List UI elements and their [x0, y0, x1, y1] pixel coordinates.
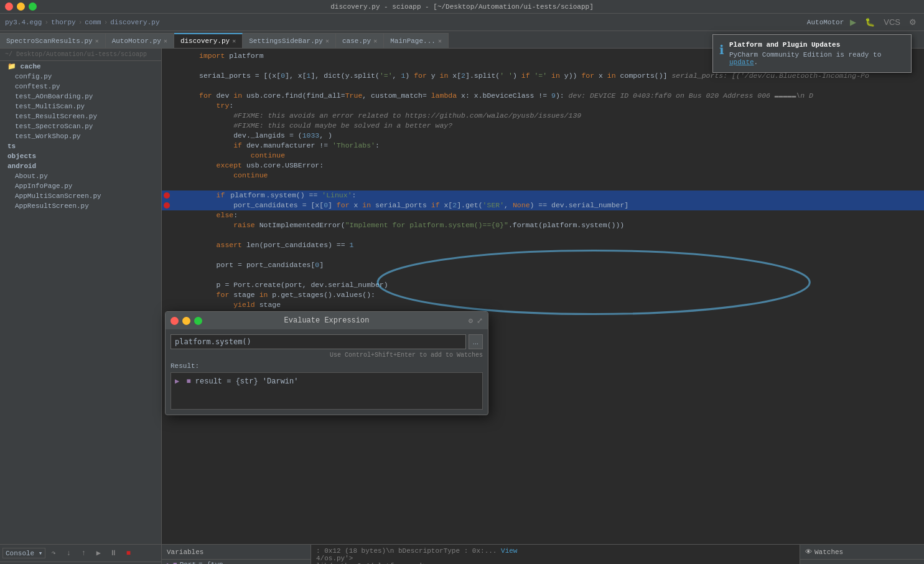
sidebar-item-aboutpy[interactable]: About.py: [0, 171, 161, 181]
eval-hint: Use Control+Shift+Enter to add to Watche…: [170, 352, 483, 359]
tab-case[interactable]: case.py ✕: [336, 33, 384, 48]
eval-more-button[interactable]: ...: [469, 334, 483, 349]
sidebar-item-testresultscreen[interactable]: test_ResultScreen.py: [0, 111, 161, 121]
watches-header: 👁 Watches: [800, 545, 924, 560]
breadcrumb: py3.4.egg › thorpy › comm › discovery.py…: [0, 14, 924, 31]
window-title: discovery.py - scioapp - [~/Desktop/Auto…: [330, 3, 593, 11]
sidebar-item-ts[interactable]: ts: [0, 141, 161, 151]
tab-spectroscanresults[interactable]: SpectroScanResults.py ✕: [0, 33, 106, 48]
var-value: = {typ: [198, 561, 223, 564]
breakpoint-gutter: [162, 51, 172, 61]
code-line: else:: [162, 210, 924, 220]
dialog-minimize-button[interactable]: [182, 317, 190, 325]
watches-label: Watches: [814, 548, 843, 556]
sidebar-item-android[interactable]: android: [0, 161, 161, 171]
notification-title: Platform and Plugin Updates: [729, 41, 905, 49]
sidebar-item-testaonboarding[interactable]: test_AOnBoarding.py: [0, 92, 161, 101]
sidebar-item-testworkshop[interactable]: test_WorkShop.py: [0, 131, 161, 141]
stop-button[interactable]: ■: [121, 547, 135, 560]
code-line-highlighted-2: port_candidates = [x[0] for x in serial_…: [162, 200, 924, 210]
settings-button[interactable]: ⚙: [907, 16, 919, 28]
sidebar-item-cache[interactable]: 📁 cache: [0, 61, 161, 72]
code-line: [162, 250, 924, 260]
tab-mainpage[interactable]: MainPage... ✕: [384, 33, 449, 48]
code-line: assert len(port_candidates) == 1: [162, 240, 924, 250]
close-button[interactable]: [5, 2, 13, 11]
sidebar-item-appresultscreenpy[interactable]: AppResultScreen.py: [0, 201, 161, 211]
var-name: Port: [180, 561, 196, 564]
dialog-window-controls: [170, 317, 202, 325]
code-line: [162, 181, 924, 190]
sidebar-item-configpy[interactable]: config.py: [0, 72, 161, 82]
sidebar-item-testmultiscan[interactable]: test_MultiScan.py: [0, 101, 161, 111]
breakpoint-indicator: [164, 192, 170, 199]
editor-content: import platform serial_ports = [(x[0], x…: [162, 49, 924, 342]
code-line: #FIXME: this could maybe be solved in a …: [162, 121, 924, 131]
breadcrumb-part[interactable]: thorpy: [51, 19, 76, 26]
step-over-button[interactable]: ↷: [47, 547, 60, 560]
notification-update-link[interactable]: update: [729, 59, 754, 66]
dialog-title: Evaluate Expression: [284, 316, 370, 325]
code-editor[interactable]: import platform serial_ports = [(x[0], x…: [162, 49, 924, 544]
step-out-button[interactable]: ↑: [77, 547, 90, 560]
tab-label: AutoMotor.py: [112, 37, 161, 45]
maximize-button[interactable]: [29, 2, 37, 11]
sidebar-item-appinfopagepy[interactable]: AppInfoPage.py: [0, 181, 161, 191]
code-line: continue: [162, 171, 924, 181]
dialog-settings[interactable]: ⚙ ⤢: [469, 316, 483, 326]
sidebar-item-testspectroscan[interactable]: test_SpectroScan.py: [0, 121, 161, 131]
tab-label: case.py: [342, 37, 371, 45]
breadcrumb-part[interactable]: comm: [85, 19, 101, 26]
code-line: continue: [162, 151, 924, 161]
sidebar: ~/ Desktop/Automation/ui-tests/scioapp 📁…: [0, 49, 162, 544]
eval-expression-input[interactable]: [170, 334, 466, 349]
dialog-maximize-button[interactable]: [194, 317, 202, 325]
sidebar-path: ~/ Desktop/Automation/ui-tests/scioapp: [5, 51, 147, 58]
tab-automotor[interactable]: AutoMotor.py ✕: [106, 33, 174, 48]
notification-content: Platform and Plugin Updates PyCharm Comm…: [729, 41, 905, 66]
view-link[interactable]: View: [501, 547, 517, 555]
sidebar-item-appmultiscanscreenpy[interactable]: AppMultiScanScreen.py: [0, 191, 161, 201]
code-line: raise NotImplementedError("Implement for…: [162, 220, 924, 230]
close-icon[interactable]: ✕: [438, 37, 442, 45]
close-icon[interactable]: ✕: [325, 37, 329, 45]
tab-label: MainPage...: [390, 37, 436, 45]
code-line: except usb.core.USBError:: [162, 161, 924, 171]
code-line: #FIXME: this avoids an error related to …: [162, 111, 924, 121]
code-line: [162, 230, 924, 240]
pause-button[interactable]: ⏸: [106, 547, 120, 560]
code-line: port = port_candidates[0]: [162, 260, 924, 270]
code-line-highlighted-1: if platform.system() == 'Linux':: [162, 190, 924, 200]
right-output: : 0x12 (18 bytes)\n bDescriptorType : 0x…: [311, 545, 800, 564]
dialog-close-button[interactable]: [170, 317, 179, 325]
vcs-button[interactable]: VCS: [881, 16, 903, 28]
var-icon: ▶: [167, 561, 170, 564]
notification-icon: ℹ: [719, 42, 724, 58]
breadcrumb-part[interactable]: discovery.py: [110, 19, 159, 26]
result-icon-box: ■: [186, 377, 190, 386]
step-into-button[interactable]: ↓: [62, 547, 75, 560]
breadcrumb-part[interactable]: py3.4.egg: [5, 19, 42, 26]
close-icon[interactable]: ✕: [95, 37, 99, 45]
variable-item[interactable]: ▶ ■ Port = {typ: [162, 560, 310, 564]
sidebar-item-objects[interactable]: objects: [0, 151, 161, 161]
tab-label: SpectroScanResults.py: [6, 37, 93, 45]
code-line: if dev.manufacturer != 'Thorlabs':: [162, 141, 924, 151]
close-icon[interactable]: ✕: [232, 37, 236, 45]
close-icon[interactable]: ✕: [373, 37, 377, 45]
minimize-button[interactable]: [17, 2, 25, 11]
code-line: try:: [162, 101, 924, 111]
breakpoint-indicator: [164, 202, 170, 209]
tab-label: SettingsSideBar.py: [249, 37, 323, 45]
console-dropdown[interactable]: Console ▾: [2, 548, 45, 558]
sidebar-item-conftestpy[interactable]: conftest.py: [0, 82, 161, 92]
debug-button[interactable]: 🐛: [862, 16, 877, 28]
close-icon[interactable]: ✕: [164, 37, 167, 45]
tab-discovery[interactable]: discovery.py ✕: [174, 33, 243, 48]
tab-settingssidebar[interactable]: SettingsSideBar.py ✕: [243, 33, 336, 48]
run-button[interactable]: ▶: [847, 16, 859, 28]
resume-button[interactable]: ▶: [91, 547, 105, 560]
code-line: for stage in p.get_stages().values():: [162, 290, 924, 300]
title-bar: discovery.py - scioapp - [~/Desktop/Auto…: [0, 0, 924, 14]
evaluate-expression-dialog[interactable]: Evaluate Expression ⚙ ⤢ ... Use Control+…: [165, 311, 488, 415]
